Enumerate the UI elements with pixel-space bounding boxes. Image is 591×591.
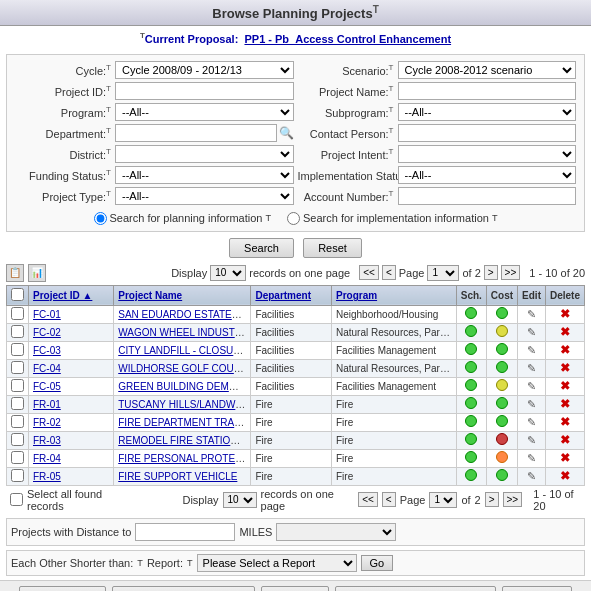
project-id-link[interactable]: FC-02	[33, 327, 61, 338]
project-name-link[interactable]: TUSCANY HILLS/LANDWELL FR...	[118, 399, 251, 410]
delete-icon[interactable]: ✖	[560, 451, 570, 465]
project-name-link[interactable]: CITY LANDFILL - CLOSURE	[118, 345, 247, 356]
current-proposal-value[interactable]: PP1 - Pb_Access Control Enhancement	[244, 33, 451, 45]
delete-icon[interactable]: ✖	[560, 469, 570, 483]
row-checkbox[interactable]	[11, 451, 24, 464]
project-id-link[interactable]: FC-05	[33, 381, 61, 392]
view-map-button[interactable]: View Map	[502, 586, 572, 591]
calculate-button[interactable]: Calculate	[261, 586, 329, 591]
reset-button[interactable]: Reset	[303, 238, 362, 258]
edit-icon[interactable]: ✎	[527, 362, 536, 374]
row-checkbox[interactable]	[11, 307, 24, 320]
project-dept: Facilities	[251, 323, 332, 341]
delete-icon[interactable]: ✖	[560, 343, 570, 357]
project-id-input[interactable]	[115, 82, 294, 100]
col-program[interactable]: Program	[331, 285, 456, 305]
radio-planning[interactable]: Search for planning informationT	[94, 212, 271, 225]
col-project-id[interactable]: Project ID ▲	[29, 285, 114, 305]
project-name-link[interactable]: GREEN BUILDING DEMONSTRA...	[118, 381, 251, 392]
project-name-link[interactable]: SAN EDUARDO ESTATES IMPR...	[118, 309, 251, 320]
edit-icon[interactable]: ✎	[527, 416, 536, 428]
project-name-link[interactable]: FIRE SUPPORT VEHICLE	[118, 471, 237, 482]
department-input[interactable]	[115, 124, 277, 142]
scenario-select[interactable]: Cycle 2008-2012 scenario	[398, 61, 577, 79]
project-id-link[interactable]: FC-03	[33, 345, 61, 356]
project-name-link[interactable]: REMODEL FIRE STATION 81	[118, 435, 251, 446]
cycle-select[interactable]: Cycle 2008/09 - 2012/13	[115, 61, 294, 79]
export-icon[interactable]: 📋	[6, 264, 24, 282]
row-checkbox[interactable]	[11, 325, 24, 338]
project-id-link[interactable]: FR-02	[33, 417, 61, 428]
delete-icon[interactable]: ✖	[560, 415, 570, 429]
page-select-bottom[interactable]: 12	[429, 492, 457, 508]
next-page-btn[interactable]: >	[484, 265, 498, 280]
first-page-btn[interactable]: <<	[359, 265, 379, 280]
contact-person-input[interactable]	[398, 124, 577, 142]
display-count-select[interactable]: 102550	[210, 265, 246, 281]
project-name-link[interactable]: FIRE DEPARTMENT TRAINING C...	[118, 417, 251, 428]
go-button[interactable]: Go	[361, 555, 394, 571]
display-count-select-bottom[interactable]: 102550	[223, 492, 257, 508]
row-checkbox[interactable]	[11, 379, 24, 392]
project-id-link[interactable]: FC-04	[33, 363, 61, 374]
delete-icon[interactable]: ✖	[560, 361, 570, 375]
project-name-link[interactable]: FIRE PERSONAL PROTECTIVE E...	[118, 453, 251, 464]
prev-page-btn[interactable]: <	[382, 265, 396, 280]
select-all-checkbox[interactable]	[11, 288, 24, 301]
delete-icon[interactable]: ✖	[560, 325, 570, 339]
account-number-input[interactable]	[398, 187, 577, 205]
row-checkbox[interactable]	[11, 433, 24, 446]
first-page-btn-bottom[interactable]: <<	[358, 492, 378, 507]
funding-status-select[interactable]: --All--	[115, 166, 294, 184]
project-id-link[interactable]: FR-04	[33, 453, 61, 464]
delete-icon[interactable]: ✖	[560, 397, 570, 411]
project-type-select[interactable]: --All--	[115, 187, 294, 205]
edit-icon[interactable]: ✎	[527, 380, 536, 392]
impl-status-select[interactable]: --All--	[398, 166, 577, 184]
edit-icon[interactable]: ✎	[527, 326, 536, 338]
adjust-button[interactable]: Adjust Project Cost Estimate	[335, 586, 496, 591]
col-department[interactable]: Department	[251, 285, 332, 305]
project-id-link[interactable]: FR-03	[33, 435, 61, 446]
distance-input[interactable]	[135, 523, 235, 541]
last-page-btn-bottom[interactable]: >>	[503, 492, 523, 507]
next-page-btn-bottom[interactable]: >	[485, 492, 499, 507]
row-checkbox[interactable]	[11, 361, 24, 374]
edit-icon[interactable]: ✎	[527, 398, 536, 410]
search-again-button[interactable]: Search Again	[19, 586, 106, 591]
delete-icon[interactable]: ✖	[560, 379, 570, 393]
delete-icon[interactable]: ✖	[560, 433, 570, 447]
row-checkbox[interactable]	[11, 415, 24, 428]
excel-icon[interactable]: 📊	[28, 264, 46, 282]
page-select[interactable]: 12	[427, 265, 459, 281]
delete-icon[interactable]: ✖	[560, 307, 570, 321]
project-name-link[interactable]: WILDHORSE GOLF COURSE	[118, 363, 251, 374]
project-id-link[interactable]: FR-05	[33, 471, 61, 482]
col-project-name[interactable]: Project Name	[114, 285, 251, 305]
row-checkbox[interactable]	[11, 397, 24, 410]
prev-page-btn-bottom[interactable]: <	[382, 492, 396, 507]
row-checkbox[interactable]	[11, 469, 24, 482]
search-button[interactable]: Search	[229, 238, 294, 258]
report-select[interactable]: Please Select a Report	[197, 554, 357, 572]
project-name-input[interactable]	[398, 82, 577, 100]
edit-icon[interactable]: ✎	[527, 470, 536, 482]
project-id-link[interactable]: FR-01	[33, 399, 61, 410]
edit-icon[interactable]: ✎	[527, 344, 536, 356]
row-checkbox[interactable]	[11, 343, 24, 356]
edit-icon[interactable]: ✎	[527, 308, 536, 320]
edit-icon[interactable]: ✎	[527, 452, 536, 464]
project-intent-select[interactable]	[398, 145, 577, 163]
program-select[interactable]: --All--	[115, 103, 294, 121]
select-all-found-checkbox[interactable]	[10, 493, 23, 506]
project-name-link[interactable]: WAGON WHEEL INDUSTRIAL P...	[118, 327, 251, 338]
radio-implementation[interactable]: Search for implementation informationT	[287, 212, 497, 225]
miles-select[interactable]	[276, 523, 396, 541]
department-search-icon[interactable]: 🔍	[279, 126, 294, 140]
edit-icon[interactable]: ✎	[527, 434, 536, 446]
subprogram-select[interactable]: --All--	[398, 103, 577, 121]
link-selected-button[interactable]: Link to Selected Projects	[112, 586, 255, 591]
district-select[interactable]	[115, 145, 294, 163]
last-page-btn[interactable]: >>	[501, 265, 521, 280]
project-id-link[interactable]: FC-01	[33, 309, 61, 320]
